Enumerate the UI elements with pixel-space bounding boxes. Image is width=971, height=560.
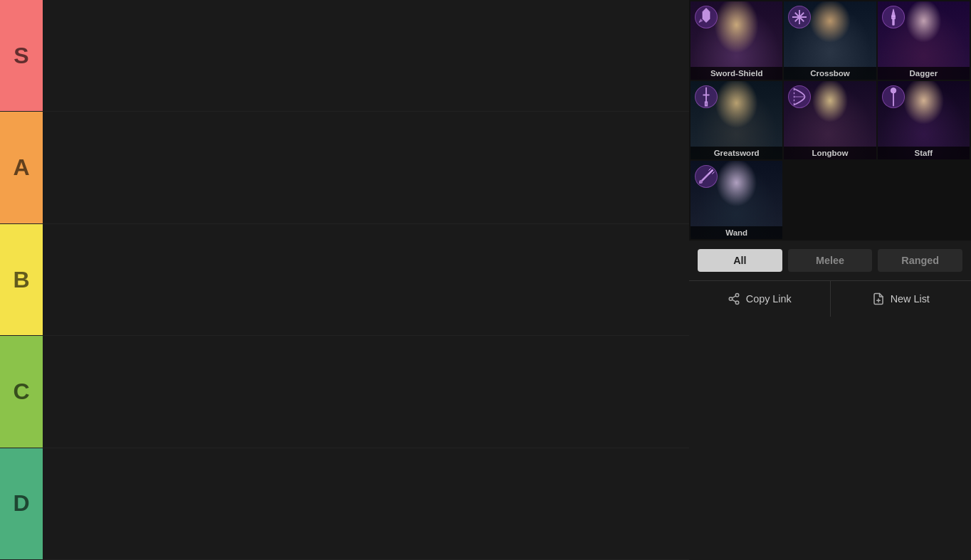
tier-row-b[interactable]: B xyxy=(0,224,689,336)
weapon-grid: Sword-Shield Crossbow Dagger Greatsword … xyxy=(689,0,971,241)
weapon-name-greatsword: Greatsword xyxy=(691,147,782,159)
svg-point-1 xyxy=(699,180,703,184)
tier-label-d: D xyxy=(0,448,43,559)
tier-label-s: S xyxy=(0,0,43,111)
weapon-icon-greatsword xyxy=(695,85,718,108)
weapon-card-dagger[interactable]: Dagger xyxy=(878,1,970,80)
new-list-icon xyxy=(872,292,885,305)
weapon-icon-dagger xyxy=(882,6,905,28)
weapon-card-crossbow[interactable]: Crossbow xyxy=(784,1,876,80)
weapon-card-wand[interactable]: Wand xyxy=(691,161,782,239)
weapon-card-staff[interactable]: Staff xyxy=(878,81,970,159)
tier-row-a[interactable]: A xyxy=(0,112,689,223)
svg-point-0 xyxy=(891,88,896,93)
tier-label-b: B xyxy=(0,224,43,335)
filter-btn-melee[interactable]: Melee xyxy=(788,249,873,272)
weapon-icon-wand xyxy=(695,165,718,188)
weapon-icon-crossbow xyxy=(788,6,811,28)
tier-content-a[interactable] xyxy=(43,112,689,223)
filter-btn-ranged[interactable]: Ranged xyxy=(878,249,962,272)
weapon-name-wand: Wand xyxy=(691,226,782,239)
weapon-icon-longbow xyxy=(788,85,811,108)
weapon-icon-staff xyxy=(882,85,905,108)
weapon-name-dagger: Dagger xyxy=(878,67,970,80)
tier-content-c[interactable] xyxy=(43,336,689,447)
weapon-name-staff: Staff xyxy=(878,147,970,159)
tier-label-c: C xyxy=(0,336,43,447)
share-icon xyxy=(728,292,740,305)
sidebar: Sword-Shield Crossbow Dagger Greatsword … xyxy=(689,0,971,560)
filter-bar: AllMeleeRanged xyxy=(689,241,971,280)
weapon-name-longbow: Longbow xyxy=(784,147,876,159)
filter-btn-all[interactable]: All xyxy=(698,249,782,272)
action-label-new-list: New List xyxy=(891,293,930,305)
weapon-name-crossbow: Crossbow xyxy=(784,67,876,80)
tier-list: SABCD xyxy=(0,0,689,560)
tier-content-d[interactable] xyxy=(43,448,689,559)
action-label-copy-link: Copy Link xyxy=(746,293,792,305)
tier-row-c[interactable]: C xyxy=(0,336,689,448)
tier-row-d[interactable]: D xyxy=(0,448,689,560)
tier-content-s[interactable] xyxy=(43,0,689,111)
weapon-card-greatsword[interactable]: Greatsword xyxy=(691,81,782,159)
weapon-card-sword-shield[interactable]: Sword-Shield xyxy=(691,1,782,80)
tier-content-b[interactable] xyxy=(43,224,689,335)
action-btn-copy-link[interactable]: Copy Link xyxy=(689,281,831,317)
action-bar: Copy Link New List xyxy=(689,280,971,317)
tier-row-s[interactable]: S xyxy=(0,0,689,112)
weapon-icon-sword-shield xyxy=(695,6,718,28)
action-btn-new-list[interactable]: New List xyxy=(831,281,972,317)
weapon-card-longbow[interactable]: Longbow xyxy=(784,81,876,159)
tier-label-a: A xyxy=(0,112,43,223)
weapon-name-sword-shield: Sword-Shield xyxy=(691,67,782,80)
